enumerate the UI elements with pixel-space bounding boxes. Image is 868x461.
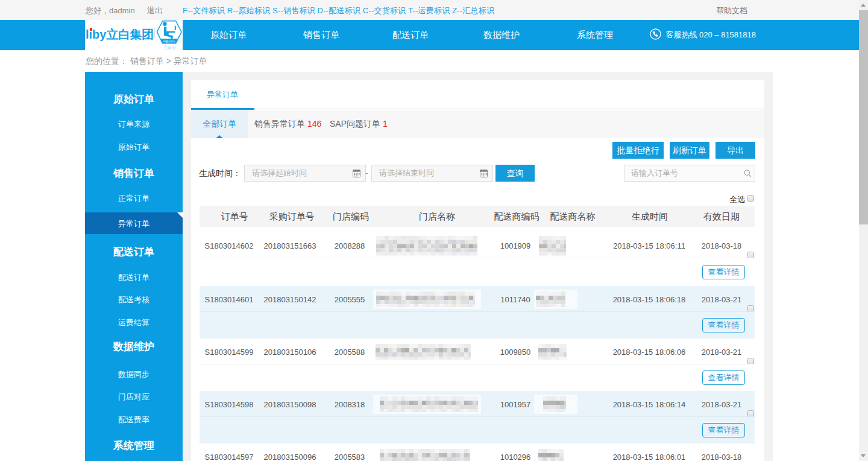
svg-text:立白会: 立白会	[163, 45, 176, 50]
svg-text:智慧云平台: 智慧云平台	[163, 40, 175, 43]
